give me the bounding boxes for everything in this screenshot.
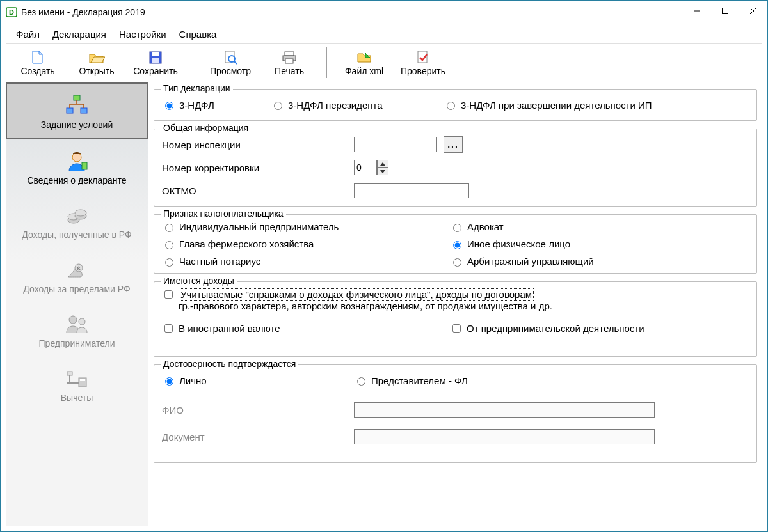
radio-advocate[interactable]: Адвокат [450, 221, 750, 232]
correction-up-button[interactable] [377, 160, 388, 168]
toolbar-print-label: Печать [275, 66, 304, 76]
radio-farmer[interactable]: Глава фермерского хозяйства [162, 239, 444, 249]
radio-advocate-input[interactable] [453, 224, 461, 232]
toolbar-open[interactable]: Открыть [67, 47, 126, 78]
check-foreign-input[interactable] [164, 324, 173, 332]
inspection-input[interactable] [354, 137, 437, 152]
sidebar-item-conditions[interactable]: Задание условий [6, 82, 148, 139]
svg-point-19 [72, 153, 81, 162]
sidebar-item-income-foreign[interactable]: $ Доходы за пределами РФ [6, 248, 148, 302]
sidebar-income-rf-label: Доходы, полученные в РФ [22, 230, 131, 240]
menu-declaration[interactable]: Декларация [46, 26, 113, 42]
radio-representative[interactable]: Представителем - ФЛ [354, 375, 468, 386]
radio-3ndfl-nonres[interactable]: 3-НДФЛ нерезидента [271, 100, 437, 111]
fio-label: ФИО [162, 405, 348, 416]
close-button[interactable] [739, 1, 767, 20]
radio-other-input[interactable] [453, 241, 461, 249]
svg-rect-20 [82, 162, 87, 169]
minimize-button[interactable] [683, 1, 711, 20]
radio-3ndfl-ip[interactable]: 3-НДФЛ при завершении деятельности ИП [444, 100, 652, 111]
check-spravki-input[interactable] [164, 290, 173, 299]
radio-self-label: Лично [179, 375, 207, 386]
trust-legend: Достоверность подтверждается [161, 359, 298, 369]
radio-arbitr[interactable]: Арбитражный управляющий [450, 256, 750, 267]
radio-self-input[interactable] [165, 377, 173, 386]
menu-bar: Файл Декларация Настройки Справка [6, 24, 762, 44]
radio-3ndfl-input[interactable] [165, 102, 173, 110]
general-legend: Общая информация [161, 123, 251, 133]
toolbar-save[interactable]: Сохранить [126, 47, 185, 78]
toolbar-check-label: Проверить [401, 66, 445, 76]
check-business-label: От предпринимательской деятельности [467, 323, 644, 334]
decl-type-legend: Тип декларации [161, 83, 233, 93]
sidebar-item-deductions[interactable]: Вычеты [6, 357, 148, 411]
radio-other-label: Иное физическое лицо [467, 239, 570, 249]
check-business-input[interactable] [452, 324, 461, 332]
toolbar-open-label: Открыть [79, 66, 115, 76]
sidebar-declarant-label: Сведения о декларанте [27, 175, 126, 185]
radio-3ndfl-label: 3-НДФЛ [179, 100, 214, 111]
radio-arbitr-input[interactable] [453, 258, 461, 267]
toolbar-create[interactable]: Создать [8, 47, 67, 78]
radio-advocate-label: Адвокат [467, 221, 504, 232]
income-rf-icon [64, 203, 90, 228]
check-icon [416, 49, 430, 66]
menu-file[interactable]: Файл [10, 26, 46, 42]
menu-help[interactable]: Справка [173, 26, 223, 42]
toolbar-xml[interactable]: Файл xml [335, 47, 394, 78]
toolbar-preview-label: Просмотр [210, 66, 251, 76]
radio-ip-input[interactable] [165, 224, 173, 232]
taxpayer-legend: Признак налогоплательщика [161, 208, 286, 219]
toolbar-preview[interactable]: Просмотр [201, 47, 260, 78]
check-foreign[interactable]: В иностранной валюте [162, 322, 444, 334]
radio-representative-input[interactable] [357, 377, 365, 386]
group-income-present: Имеются доходы Учитываемые "справками о … [154, 281, 757, 357]
radio-self[interactable]: Лично [162, 375, 348, 386]
svg-rect-12 [285, 52, 294, 56]
toolbar-save-label: Сохранить [133, 66, 178, 76]
doc-label: Документ [162, 432, 348, 442]
correction-input[interactable] [354, 160, 377, 175]
correction-down-button[interactable] [377, 168, 388, 175]
oktmo-input[interactable] [354, 183, 469, 198]
correction-label: Номер корректировки [162, 162, 348, 173]
inspection-browse-button[interactable]: ... [444, 136, 463, 153]
radio-ip[interactable]: Индивидуальный предприниматель [162, 221, 444, 232]
conditions-icon [64, 93, 90, 118]
sidebar-entrepreneurs-label: Предприниматели [39, 338, 115, 348]
svg-point-24 [75, 210, 86, 216]
sidebar-item-income-rf[interactable]: Доходы, полученные в РФ [6, 194, 148, 248]
check-spravki-label-2: гр.-правового характера, авторским возна… [179, 301, 552, 311]
oktmo-label: ОКТМО [162, 185, 348, 196]
radio-notary[interactable]: Частный нотариус [162, 256, 444, 267]
open-folder-icon [88, 49, 105, 66]
radio-notary-input[interactable] [165, 258, 173, 267]
toolbar-print[interactable]: Печать [260, 47, 319, 78]
toolbar-separator [326, 47, 327, 78]
svg-line-11 [234, 61, 237, 64]
correction-spinner[interactable] [354, 160, 388, 175]
radio-3ndfl[interactable]: 3-НДФЛ [162, 100, 264, 111]
svg-rect-14 [285, 59, 293, 63]
radio-other[interactable]: Иное физическое лицо [450, 239, 750, 249]
menu-settings[interactable]: Настройки [113, 26, 173, 42]
sidebar-deductions-label: Вычеты [61, 393, 93, 403]
svg-point-28 [79, 318, 85, 325]
check-business[interactable]: От предпринимательской деятельности [450, 322, 750, 334]
radio-3ndfl-nonres-label: 3-НДФЛ нерезидента [288, 100, 383, 111]
radio-arbitr-label: Арбитражный управляющий [467, 256, 594, 267]
toolbar-check[interactable]: Проверить [394, 47, 452, 78]
sidebar-item-declarant[interactable]: Сведения о декларанте [6, 139, 148, 194]
check-spravki[interactable]: Учитываемые "справками о доходах физичес… [162, 288, 552, 311]
maximize-button[interactable] [711, 1, 739, 20]
radio-3ndfl-ip-input[interactable] [447, 102, 455, 110]
save-icon [148, 49, 163, 66]
group-taxpayer-type: Признак налогоплательщика Индивидуальный… [154, 214, 757, 274]
radio-farmer-input[interactable] [165, 241, 173, 249]
toolbar: Создать Открыть Сохранить Просмотр Печа [6, 46, 762, 82]
radio-3ndfl-nonres-input[interactable] [274, 102, 282, 110]
entrepreneurs-icon [64, 311, 90, 337]
new-file-icon [31, 49, 45, 66]
income-legend: Имеются доходы [161, 276, 237, 286]
sidebar-item-entrepreneurs[interactable]: Предприниматели [6, 302, 148, 357]
